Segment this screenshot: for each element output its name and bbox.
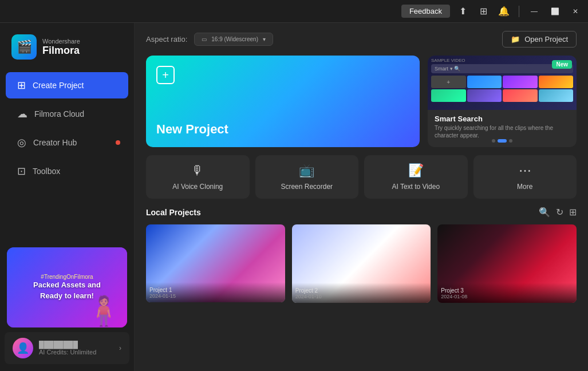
ai-text-to-video-icon: 📝 [408, 163, 424, 178]
aspect-ratio-label: Aspect ratio: [146, 35, 187, 44]
user-avatar: 👤 [13, 338, 33, 358]
smart-search-preview: SAMPLE VIDEO Smart ▾ 🔍 + [428, 56, 577, 110]
section-actions: 🔍 ↻ ⊞ [539, 207, 577, 218]
video-thumb-6 [503, 89, 538, 102]
sidebar-item-create-project[interactable]: ⊞ Create Project [6, 72, 128, 98]
project-thumbnail-1[interactable]: Project 1 2024-01-15 [146, 224, 285, 302]
video-thumb-4 [431, 89, 466, 102]
sidebar-item-label: Create Project [33, 81, 84, 90]
card-pagination-dots [492, 139, 512, 143]
project-name-1: Project 1 [149, 287, 282, 293]
minimize-button[interactable]: — [526, 3, 542, 19]
open-project-button[interactable]: 📁 Open Project [502, 31, 577, 48]
video-thumb-1 [467, 76, 502, 88]
project-date-1: 2024-01-15 [149, 293, 282, 299]
project-info-2: Project 2 2024-01-10 [292, 283, 431, 303]
create-project-icon: ⊞ [17, 79, 26, 92]
product-name: Filmora [42, 45, 80, 57]
screen-recorder-button[interactable]: 📺 Screen Recorder [255, 155, 359, 199]
toolbox-icon: ⊡ [17, 165, 26, 177]
user-area[interactable]: 👤 ████████ AI Credits: Unlimited › [5, 332, 129, 364]
bell-icon[interactable]: 🔔 [496, 3, 512, 19]
video-thumb-3 [539, 76, 574, 88]
local-projects-header: Local Projects 🔍 ↻ ⊞ [146, 207, 577, 218]
open-project-label: Open Project [524, 35, 568, 44]
new-project-card[interactable]: + New Project [146, 56, 420, 147]
local-projects-section: Local Projects 🔍 ↻ ⊞ Project 1 2024-01-1… [135, 207, 588, 371]
promo-hashtag: #TrendingOnFilmora [41, 274, 93, 280]
project-thumbnail-3[interactable]: Project 3 2024-01-08 [437, 224, 577, 303]
logo-area: 🎬 Wondershare Filmora [0, 30, 134, 71]
aspect-ratio-icon: ▭ [202, 36, 207, 42]
sidebar-item-label: Toolbox [33, 167, 60, 176]
project-date-2: 2024-01-10 [295, 294, 428, 299]
sidebar-item-label: Filmora Cloud [34, 109, 84, 119]
smart-search-card[interactable]: SAMPLE VIDEO Smart ▾ 🔍 + [428, 56, 577, 147]
creator-hub-icon: ◎ [17, 136, 26, 149]
logo-text: Wondershare Filmora [42, 38, 80, 57]
app-body: 🎬 Wondershare Filmora ⊞ Create Project ☁… [0, 23, 588, 371]
user-info: ████████ AI Credits: Unlimited [39, 341, 113, 356]
ai-voice-cloning-icon: 🎙 [191, 163, 204, 178]
smart-search-grid: + [431, 76, 573, 102]
video-thumb-7 [539, 89, 574, 102]
project-name-3: Project 3 [441, 287, 573, 294]
close-button[interactable]: ✕ [567, 3, 583, 19]
sidebar-promo[interactable]: #TrendingOnFilmora Packed Assets and Rea… [7, 247, 127, 327]
grid-icon[interactable]: ⊞ [475, 3, 491, 19]
quick-actions: 🎙 AI Voice Cloning 📺 Screen Recorder 📝 A… [135, 155, 588, 207]
project-info-1: Project 1 2024-01-15 [146, 282, 285, 302]
ai-voice-cloning-label: AI Voice Cloning [172, 183, 223, 191]
feedback-button[interactable]: Feedback [401, 5, 450, 18]
local-projects-title: Local Projects [146, 208, 201, 217]
screen-recorder-label: Screen Recorder [281, 183, 333, 191]
project-name-2: Project 2 [295, 287, 428, 294]
refresh-projects-icon[interactable]: ↻ [556, 207, 563, 218]
project-info-3: Project 3 2024-01-08 [437, 283, 577, 303]
sidebar-item-creator-hub[interactable]: ◎ Creator Hub [6, 129, 128, 156]
project-thumbnail-2[interactable]: Project 2 2024-01-10 [292, 224, 431, 303]
new-project-plus-icon: + [156, 66, 175, 84]
maximize-button[interactable]: ⬜ [547, 3, 563, 19]
dot-1 [492, 139, 495, 143]
new-project-label: New Project [156, 122, 228, 137]
ai-text-to-video-label: AI Text to Video [392, 183, 440, 191]
sidebar-item-toolbox[interactable]: ⊡ Toolbox [6, 158, 128, 184]
ai-voice-cloning-button[interactable]: 🎙 AI Voice Cloning [146, 155, 250, 199]
ai-text-to-video-button[interactable]: 📝 AI Text to Video [364, 155, 468, 199]
grid-view-icon[interactable]: ⊞ [569, 207, 577, 218]
cards-row: + New Project SAMPLE VIDEO Smart ▾ 🔍 + [135, 56, 588, 155]
dot-2 [498, 139, 507, 143]
upload-icon[interactable]: ⬆ [455, 3, 471, 19]
smart-search-title: Smart Search [435, 115, 570, 123]
screen-recorder-icon: 📺 [299, 163, 314, 178]
chevron-down-icon: ▾ [263, 36, 266, 42]
smart-search-description: Try quickly searching for all the clips … [435, 124, 570, 139]
promo-text: Packed Assets and Ready to learn! [33, 280, 101, 301]
filmora-cloud-icon: ☁ [17, 108, 27, 120]
project-date-3: 2024-01-08 [441, 294, 573, 299]
sidebar-item-filmora-cloud[interactable]: ☁ Filmora Cloud [6, 101, 128, 127]
sidebar-item-label: Creator Hub [33, 138, 77, 147]
aspect-ratio-value: 16:9 (Widescreen) [211, 36, 258, 42]
video-thumb-2 [503, 76, 538, 88]
search-projects-icon[interactable]: 🔍 [539, 207, 550, 218]
open-project-icon: 📁 [511, 35, 520, 44]
user-name: ████████ [39, 341, 113, 349]
separator [519, 6, 519, 17]
video-thumb-5 [467, 89, 502, 102]
projects-grid: Project 1 2024-01-15 Project 2 2024-01-1… [146, 224, 577, 303]
more-icon: ⋯ [519, 163, 531, 178]
aspect-ratio-select[interactable]: ▭ 16:9 (Widescreen) ▾ [194, 33, 273, 46]
new-badge: New [552, 60, 572, 69]
logo-icon: 🎬 [11, 34, 37, 60]
brand-name: Wondershare [42, 38, 80, 45]
notification-dot [116, 140, 120, 145]
more-label: More [517, 183, 532, 191]
top-bar: Aspect ratio: ▭ 16:9 (Widescreen) ▾ 📁 Op… [135, 23, 588, 56]
more-button[interactable]: ⋯ More [473, 155, 577, 199]
title-bar: Feedback ⬆ ⊞ 🔔 — ⬜ ✕ [0, 0, 588, 23]
chevron-right-icon: › [119, 344, 121, 352]
add-thumb: + [431, 76, 466, 88]
main-content: Aspect ratio: ▭ 16:9 (Widescreen) ▾ 📁 Op… [135, 23, 588, 371]
